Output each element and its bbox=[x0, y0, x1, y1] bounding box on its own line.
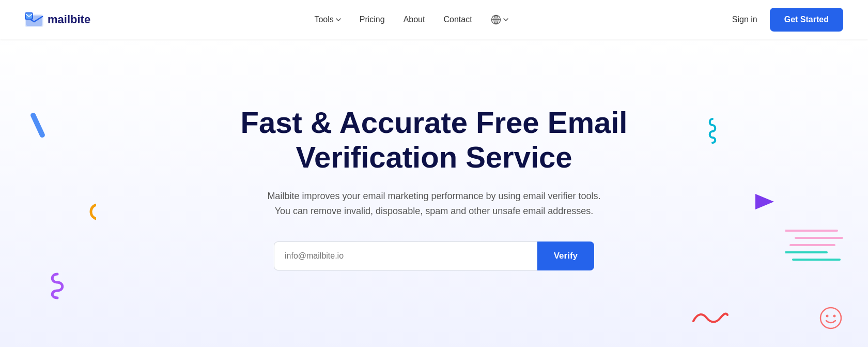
hero-subtitle: Mailbite improves your email marketing p… bbox=[264, 189, 605, 219]
logo-icon bbox=[25, 12, 43, 27]
nav-right: Sign in Get Started bbox=[732, 8, 843, 32]
nav-center: Tools Pricing About Contact bbox=[314, 14, 508, 25]
language-selector[interactable] bbox=[491, 14, 508, 25]
deco-red-squiggle bbox=[692, 309, 729, 326]
logo-text: mailbite bbox=[48, 13, 90, 26]
chevron-down-globe-icon bbox=[503, 18, 508, 21]
hero-section: Fast & Accurate Free Email Verification … bbox=[0, 39, 868, 347]
get-started-button[interactable]: Get Started bbox=[770, 8, 843, 32]
nav-contact[interactable]: Contact bbox=[443, 15, 472, 24]
svg-point-16 bbox=[833, 315, 836, 318]
deco-teal-squiggle bbox=[707, 117, 718, 146]
nav-tools[interactable]: Tools bbox=[314, 15, 340, 24]
nav-pricing[interactable]: Pricing bbox=[360, 15, 385, 24]
deco-purple-triangle bbox=[753, 192, 776, 214]
deco-yellow-c bbox=[72, 200, 96, 225]
svg-rect-3 bbox=[26, 13, 32, 19]
verify-button[interactable]: Verify bbox=[537, 242, 594, 270]
hero-title: Fast & Accurate Free Email Verification … bbox=[222, 105, 646, 174]
email-input[interactable] bbox=[274, 242, 537, 270]
deco-smiley bbox=[819, 307, 842, 331]
deco-pink-lines bbox=[785, 225, 847, 269]
navbar: mailbite Tools Pricing About Contact Sig… bbox=[0, 0, 868, 39]
sign-in-link[interactable]: Sign in bbox=[732, 15, 757, 24]
chevron-down-icon bbox=[336, 18, 341, 21]
svg-marker-8 bbox=[755, 194, 774, 209]
nav-about[interactable]: About bbox=[404, 15, 425, 24]
verify-form: Verify bbox=[274, 242, 594, 270]
logo[interactable]: mailbite bbox=[25, 12, 90, 27]
deco-purple-squiggle bbox=[45, 272, 69, 302]
svg-point-14 bbox=[820, 308, 841, 328]
deco-blue-slash bbox=[29, 112, 45, 138]
globe-icon bbox=[491, 14, 501, 25]
svg-point-15 bbox=[826, 315, 829, 318]
